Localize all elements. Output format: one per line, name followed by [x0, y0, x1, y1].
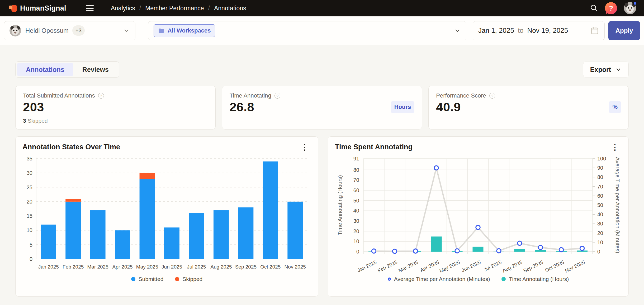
- svg-text:60: 60: [353, 187, 359, 193]
- workspace-tag-label: All Workspaces: [168, 27, 211, 34]
- kebab-menu-icon[interactable]: ⋮: [298, 143, 311, 151]
- hamburger-menu-icon[interactable]: [84, 3, 95, 13]
- svg-text:25: 25: [27, 184, 32, 190]
- workspace-select[interactable]: All Workspaces: [148, 21, 466, 40]
- help-circle-icon[interactable]: ?: [98, 93, 104, 99]
- svg-text:Feb 2025: Feb 2025: [63, 264, 84, 270]
- svg-text:30: 30: [597, 221, 603, 227]
- date-start: Jan 1, 2025: [478, 26, 514, 35]
- svg-text:80: 80: [353, 167, 359, 173]
- filter-bar: Heidi Opossum +3 All Workspaces Jan 1, 2…: [0, 16, 644, 45]
- svg-text:Nov 2025: Nov 2025: [285, 264, 306, 270]
- workspace-tag[interactable]: All Workspaces: [154, 24, 215, 37]
- help-circle-icon[interactable]: ?: [489, 93, 495, 99]
- svg-text:10: 10: [353, 238, 359, 244]
- svg-text:Sep 2025: Sep 2025: [235, 264, 257, 270]
- stat-label: Performance Score: [436, 92, 486, 99]
- svg-text:Jun 2025: Jun 2025: [162, 264, 182, 270]
- legend-item[interactable]: Skipped: [175, 276, 202, 282]
- date-separator: to: [518, 26, 524, 35]
- main-content: Annotations Reviews Export Total Submitt…: [0, 45, 644, 297]
- folder-icon: [158, 27, 164, 34]
- svg-text:Mar 2025: Mar 2025: [87, 264, 108, 270]
- svg-text:0: 0: [30, 256, 32, 262]
- svg-text:50: 50: [353, 198, 359, 204]
- help-icon[interactable]: ?: [605, 2, 617, 14]
- svg-text:20: 20: [353, 228, 359, 234]
- breadcrumb-separator: /: [139, 5, 141, 12]
- date-end: Nov 19, 2025: [527, 26, 568, 35]
- date-range-field[interactable]: Jan 1, 2025 to Nov 19, 2025: [473, 21, 605, 40]
- svg-text:91: 91: [353, 156, 359, 161]
- stat-label: Time Annotating: [230, 92, 271, 99]
- help-glyph: ?: [609, 4, 613, 12]
- stat-card-total-submitted: Total Submitted Annotations ? 203 3Skipp…: [15, 86, 216, 130]
- svg-text:May 2025: May 2025: [439, 259, 461, 273]
- svg-text:Aug 2025: Aug 2025: [210, 264, 232, 270]
- svg-text:100: 100: [597, 156, 606, 161]
- svg-text:50: 50: [597, 202, 603, 208]
- svg-text:70: 70: [597, 184, 603, 190]
- svg-text:Nov 2025: Nov 2025: [564, 259, 586, 273]
- svg-text:10: 10: [27, 227, 32, 233]
- stat-value: 203: [23, 100, 44, 114]
- svg-text:30: 30: [353, 218, 359, 224]
- export-label: Export: [590, 66, 611, 73]
- chart-title: Annotation States Over Time: [22, 143, 120, 151]
- svg-text:80: 80: [597, 174, 603, 180]
- breadcrumb-analytics[interactable]: Analytics: [111, 5, 135, 12]
- unit-badge: Hours: [391, 101, 415, 113]
- svg-text:10: 10: [597, 239, 603, 245]
- skipped-count: 3: [23, 118, 26, 124]
- tab-annotations[interactable]: Annotations: [17, 63, 73, 76]
- legend-item[interactable]: Time Annotating (Hours): [501, 276, 569, 282]
- avatar[interactable]: [624, 2, 636, 14]
- unit-badge: %: [609, 101, 621, 113]
- chart-legend: SubmittedSkipped: [22, 276, 311, 282]
- stat-card-time-annotating: Time Annotating ? 26.8 Hours: [222, 86, 422, 130]
- header-divider: [103, 0, 103, 16]
- stat-value: 26.8: [230, 100, 254, 114]
- apply-button[interactable]: Apply: [608, 21, 640, 40]
- breadcrumb-annotations: Annotations: [214, 5, 246, 12]
- kebab-menu-icon[interactable]: ⋮: [608, 143, 622, 151]
- svg-text:20: 20: [27, 199, 32, 205]
- svg-text:May 2025: May 2025: [136, 264, 158, 270]
- skipped-label: Skipped: [28, 118, 48, 124]
- tab-group: Annotations Reviews: [15, 61, 119, 78]
- brand-name: HumanSignal: [20, 4, 66, 12]
- breadcrumb-member-performance[interactable]: Member Performance: [145, 5, 204, 12]
- search-icon[interactable]: [590, 4, 598, 12]
- svg-text:5: 5: [30, 242, 32, 248]
- chevron-down-icon: [615, 66, 622, 73]
- svg-text:35: 35: [27, 156, 32, 161]
- annotation-states-chart: 05101520253035Jan 2025Feb 2025Mar 2025Ap…: [22, 153, 311, 274]
- time-spent-chart-card: Time Spent Annotating ⋮ 0102030405060708…: [328, 136, 629, 297]
- member-avatar: [10, 25, 21, 36]
- help-circle-icon[interactable]: ?: [274, 93, 280, 99]
- export-button[interactable]: Export: [583, 62, 629, 77]
- svg-text:Apr 2025: Apr 2025: [112, 264, 133, 270]
- chevron-down-icon: [123, 27, 130, 34]
- svg-text:Jan 2025: Jan 2025: [38, 264, 59, 270]
- svg-text:Oct 2025: Oct 2025: [260, 264, 281, 270]
- calendar-icon: [590, 26, 599, 35]
- legend-item[interactable]: Average Time per Annotation (Minutes): [388, 276, 490, 282]
- chevron-down-icon: [454, 27, 461, 34]
- svg-text:20: 20: [597, 230, 603, 236]
- annotation-states-chart-card: Annotation States Over Time ⋮ 0510152025…: [15, 136, 318, 297]
- svg-text:40: 40: [597, 211, 603, 217]
- member-select[interactable]: Heidi Opossum +3: [4, 21, 135, 40]
- svg-text:60: 60: [597, 193, 603, 199]
- svg-text:Jun 2025: Jun 2025: [461, 259, 481, 273]
- member-name: Heidi Opossum: [25, 27, 69, 34]
- brand-logo[interactable]: HumanSignal: [9, 4, 66, 13]
- tab-reviews[interactable]: Reviews: [73, 63, 118, 76]
- svg-text:Sep 2025: Sep 2025: [522, 259, 544, 273]
- legend-item[interactable]: Submitted: [131, 276, 164, 282]
- breadcrumb: Analytics / Member Performance / Annotat…: [111, 5, 246, 12]
- svg-text:Apr 2025: Apr 2025: [419, 259, 440, 273]
- svg-text:Aug 2025: Aug 2025: [501, 259, 523, 273]
- svg-text:Feb 2025: Feb 2025: [377, 259, 398, 273]
- svg-text:15: 15: [27, 213, 32, 219]
